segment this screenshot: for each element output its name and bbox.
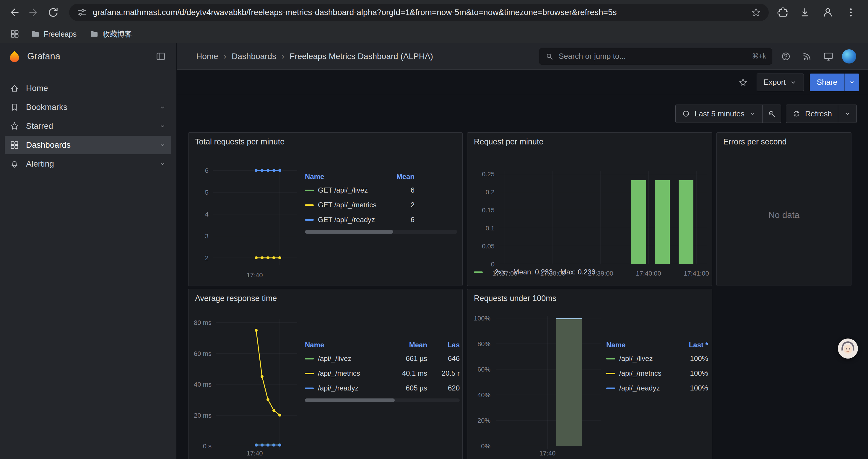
browser-chrome: grafana.mathmast.com/d/deytv4rwavabkb/fr… xyxy=(0,0,868,43)
assistant-avatar-button[interactable] xyxy=(838,338,858,359)
chevron-down-icon[interactable] xyxy=(158,103,167,111)
sidebar-item-label: Bookmarks xyxy=(26,102,67,112)
legend-header-name[interactable]: Name xyxy=(305,341,386,349)
clock-icon xyxy=(682,109,690,118)
legend-mean-value: 40.1 ms xyxy=(386,369,427,378)
legend-scroll-thumb[interactable] xyxy=(305,230,393,234)
zoom-out-icon[interactable] xyxy=(763,105,781,123)
legend-mean-value: Mean: 0.233 xyxy=(513,268,553,276)
help-icon[interactable] xyxy=(778,49,794,64)
legend-row: /api/_/livez661 µs646 xyxy=(305,351,460,366)
star-dashboard-icon[interactable] xyxy=(735,75,751,90)
sidebar-item-dashboards[interactable]: Dashboards xyxy=(5,136,172,154)
bookmark-star-icon[interactable] xyxy=(750,7,762,18)
legend-row: /api/_/metrics40.1 ms20.5 r xyxy=(305,366,460,381)
menu-kebab-icon[interactable] xyxy=(843,4,859,21)
display-monitor-icon[interactable] xyxy=(821,49,836,64)
series-color-dash xyxy=(305,388,314,389)
chevron-down-icon[interactable] xyxy=(158,160,167,168)
panel-total-requests-per-minute: Total requests per minute 6543217:40 Nam… xyxy=(188,132,463,286)
legend-series-name[interactable]: /api/_/metrics xyxy=(305,369,386,378)
url-bar[interactable]: grafana.mathmast.com/d/deytv4rwavabkb/fr… xyxy=(69,4,769,21)
svg-text:80%: 80% xyxy=(477,340,490,348)
legend-series-name[interactable]: /api/_/readyz xyxy=(606,384,676,392)
legend-series-name[interactable]: GET /api/_/livez xyxy=(305,186,382,194)
panel-errors-per-second: Errors per second No data xyxy=(716,132,851,286)
reload-icon[interactable] xyxy=(45,4,61,21)
refresh-interval-dropdown-icon[interactable] xyxy=(838,105,857,123)
breadcrumb-item[interactable]: Dashboards xyxy=(231,52,276,61)
legend-series-name[interactable]: 2xx xyxy=(495,268,505,276)
share-button[interactable]: Share xyxy=(810,73,844,91)
legend-scrollbar[interactable] xyxy=(305,230,457,234)
apps-grid-icon[interactable] xyxy=(8,27,22,41)
breadcrumb-item[interactable]: Freeleaps Metrics Dashboard (ALPHA) xyxy=(289,52,433,61)
sidebar-item-bookmarks[interactable]: Bookmarks xyxy=(5,98,172,117)
panel-title[interactable]: Requests under 100ms xyxy=(474,294,556,303)
legend-header-mean[interactable]: Mean xyxy=(386,341,427,349)
panel-title[interactable]: Request per minute xyxy=(474,137,544,146)
legend-header-name[interactable]: Name xyxy=(305,172,382,181)
time-range-picker[interactable]: Last 5 minutes xyxy=(676,105,762,123)
breadcrumb-item[interactable]: Home xyxy=(196,52,218,61)
export-button[interactable]: Export xyxy=(756,73,804,91)
legend-series-name[interactable]: /api/_/metrics xyxy=(606,369,676,378)
request-per-minute-chart[interactable]: 0.250.20.150.10.05017:37:0017:38:0017:39… xyxy=(471,159,709,280)
extensions-icon[interactable] xyxy=(773,4,790,21)
average-response-time-chart[interactable]: 80 ms60 ms40 ms20 ms0 s17:40 xyxy=(193,313,306,459)
legend-series-name[interactable]: /api/_/livez xyxy=(606,355,676,363)
total-requests-chart[interactable]: 6543217:40 xyxy=(193,156,306,283)
chevron-down-icon[interactable] xyxy=(158,122,167,130)
legend-row: GET /api/_/livez6 xyxy=(305,183,457,198)
forward-icon[interactable] xyxy=(25,4,42,21)
user-avatar[interactable] xyxy=(842,49,856,64)
legend-mean-value: 2 xyxy=(382,201,414,209)
no-data-message: No data xyxy=(717,133,851,286)
chevron-down-icon[interactable] xyxy=(158,141,167,149)
grafana-logo-icon[interactable] xyxy=(8,50,21,63)
back-icon[interactable] xyxy=(6,4,23,21)
legend-row: /api/_/readyz100% xyxy=(606,381,708,395)
sidebar-item-starred[interactable]: Starred xyxy=(5,117,172,135)
refresh-button[interactable]: Refresh xyxy=(786,105,838,123)
legend-header-mean[interactable]: Mean xyxy=(382,172,414,181)
legend-header-name[interactable]: Name xyxy=(606,341,676,349)
sidebar-item-label: Dashboards xyxy=(26,140,71,150)
legend-series-name[interactable]: GET /api/_/readyz xyxy=(305,216,382,224)
share-dropdown-icon[interactable] xyxy=(844,73,859,91)
refresh-label: Refresh xyxy=(805,109,832,119)
search-input[interactable]: Search or jump to... ⌘+k xyxy=(539,48,772,65)
sidebar-item-alerting[interactable]: Alerting xyxy=(5,155,172,173)
news-rss-icon[interactable] xyxy=(800,49,815,64)
legend-last-value: 100% xyxy=(676,355,708,363)
search-icon xyxy=(545,52,554,61)
downloads-icon[interactable] xyxy=(797,4,813,21)
panel-title[interactable]: Total requests per minute xyxy=(195,137,284,146)
legend-scroll-thumb[interactable] xyxy=(305,398,395,402)
bookmark-folder[interactable]: Freeleaps xyxy=(27,27,81,41)
svg-text:20%: 20% xyxy=(477,417,490,424)
panel-title[interactable]: Average response time xyxy=(195,294,277,303)
legend-scrollbar[interactable] xyxy=(305,398,460,402)
bookmark-folder[interactable]: 收藏博客 xyxy=(85,27,136,41)
site-settings-icon[interactable] xyxy=(76,7,88,18)
requests-under-100ms-chart[interactable]: 100%80%60%40%20%0%17:40 xyxy=(467,313,606,459)
legend-header-last[interactable]: Last * xyxy=(676,341,708,349)
legend-row: /api/_/readyz605 µs620 xyxy=(305,381,460,395)
sidebar-item-home[interactable]: Home xyxy=(5,79,172,97)
profile-icon[interactable] xyxy=(819,4,836,21)
legend-last-value: 20.5 r xyxy=(427,369,460,378)
bookmark-label: Freeleaps xyxy=(44,30,76,38)
legend-series-name[interactable]: /api/_/livez xyxy=(305,355,386,363)
legend-header-last[interactable]: Las xyxy=(427,341,460,349)
legend-series-name[interactable]: /api/_/readyz xyxy=(305,384,386,392)
series-color-dash xyxy=(606,373,615,374)
grafana-app: Grafana HomeBookmarksStarredDashboardsAl… xyxy=(0,43,868,459)
series-color-dash xyxy=(305,219,314,221)
legend-series-name[interactable]: GET /api/_/metrics xyxy=(305,201,382,209)
panel-legend: 2xx Mean: 0.233 Max: 0.233 xyxy=(474,268,596,276)
panel-legend-table: NameLast */api/_/livez100%/api/_/metrics… xyxy=(606,339,708,395)
dock-sidebar-icon[interactable] xyxy=(153,49,168,64)
series-color-dash xyxy=(474,271,483,273)
url-text: grafana.mathmast.com/d/deytv4rwavabkb/fr… xyxy=(93,8,745,17)
